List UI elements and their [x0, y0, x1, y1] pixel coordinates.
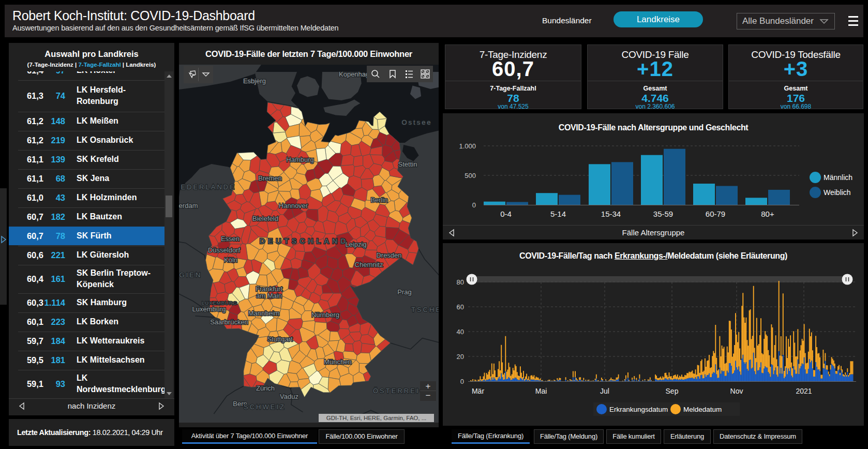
svg-text:Nürnberg: Nürnberg [311, 311, 339, 319]
svg-text:Esbjerg: Esbjerg [243, 77, 266, 85]
svg-text:Saarbrücken: Saarbrücken [210, 318, 248, 326]
svg-text:am Main: am Main [256, 292, 282, 300]
svg-text:Amsterdam: Amsterdam [179, 202, 198, 209]
svg-text:Vaduz: Vaduz [280, 393, 298, 400]
svg-text:Hamburg: Hamburg [286, 156, 313, 163]
svg-text:LUXEMBURG: LUXEMBURG [202, 300, 237, 306]
svg-text:Köln: Köln [224, 256, 237, 264]
svg-text:Stuttgart: Stuttgart [267, 335, 293, 343]
svg-text:Bremen: Bremen [258, 174, 282, 182]
svg-text:Zürich: Zürich [256, 384, 275, 392]
svg-text:Prag: Prag [397, 288, 411, 296]
svg-text:BELGIEN: BELGIEN [179, 271, 202, 279]
svg-text:Stettin: Stettin [398, 160, 417, 168]
svg-text:NEDERLANDE: NEDERLANDE [179, 183, 236, 191]
svg-text:Chemnitz: Chemnitz [355, 261, 383, 268]
svg-text:Dresden: Dresden [376, 251, 401, 259]
svg-text:Mannheim: Mannheim [248, 309, 280, 317]
svg-text:Luxemburg: Luxemburg [192, 305, 226, 313]
svg-text:DEUTSCHLAND: DEUTSCHLAND [260, 237, 349, 245]
svg-text:Bielefeld: Bielefeld [252, 215, 278, 222]
svg-text:Ostsee: Ostsee [401, 118, 432, 126]
svg-text:TSCHECHIEN: TSCHECHIEN [411, 306, 439, 313]
svg-text:Berlin: Berlin [370, 196, 387, 204]
svg-text:Düsseldorf: Düsseldorf [208, 246, 241, 254]
svg-text:München: München [324, 358, 351, 366]
svg-text:Essen: Essen [221, 235, 240, 243]
svg-text:Hannover: Hannover [279, 202, 308, 209]
svg-text:SCHWEIZ: SCHWEIZ [244, 403, 286, 411]
